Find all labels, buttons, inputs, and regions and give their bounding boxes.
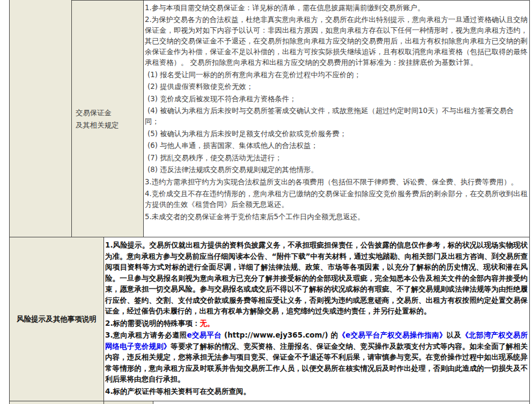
risk-row: 风险提示及其他事项说明 1.风险提示。交易所仅就出租方提供的资料负披露义务，不承… — [10, 237, 530, 401]
deposit-label-cell: 交易保证金 及其相关规定 — [72, 0, 144, 237]
deposit-item-7: (7) 扰乱交易秩序，使交易活动无法进行； — [145, 153, 528, 163]
deposit-paragraph-4: 4.竞价成交且不存在违约情形的，意向承租方已缴纳的交易保证金扣除应交竞价服务费后… — [145, 189, 528, 210]
operation-guide-link[interactable]: 《e交易平台产权交易操作指南》 — [338, 331, 446, 339]
deposit-paragraph-3: 3.违约方需承担守约方为实现合法权益所支出的各项费用（包括但不限于律师费、诉讼费… — [145, 177, 528, 188]
deposit-item-5: (5) 被确认为承租方后未按时足额支付成交价款或竞价服务费； — [145, 129, 528, 139]
next-row-cell-1 — [10, 401, 104, 404]
risk-paragraph-4: 4.标的产权证件等相关资料可在交易所查阅。 — [105, 386, 528, 397]
deposit-paragraph-1: 1.参与本项目需交纳交易保证金：详见标的清单，需在信息披露期满前缴到交易所账户。 — [145, 3, 528, 13]
risk-paragraph-3: 3.意向承租方请务必遵照e交易平台 (http://www.ejy365.com… — [105, 330, 528, 385]
deposit-item-8: (8) 违反法律法规或交易所交易规则规定的其他情形。 — [145, 164, 528, 175]
risk-p3-seg3: 以及 — [447, 331, 462, 339]
risk-p3-seg2: (http://www.ejy365.com/) 的 — [221, 331, 338, 339]
deposit-item-3: (3) 竞价成交后被发现不符合承租方资格条件； — [145, 94, 528, 104]
risk-p3-seg1: 3.意向承租方请务必遵照 — [105, 331, 187, 339]
next-row-cell-3 — [153, 401, 530, 404]
special-items-value: 无。 — [200, 319, 215, 327]
deposit-label: 交易保证金 及其相关规定 — [72, 107, 119, 131]
risk-paragraph-2: 2.标的需要说明的特殊事项：无。 — [105, 318, 528, 329]
deposit-item-1: (1) 报名受让同一标的的所有意向承租方在竞价过程中均不应价的； — [145, 70, 528, 80]
deposit-item-6: (6) 与他人串通，损害国家、集体或他人的合法权益； — [145, 140, 528, 151]
deposit-row: 交易保证金 及其相关规定 1.参与本项目需交纳交易保证金：详见标的清单，需在信息… — [10, 0, 530, 237]
merged-empty-cell — [10, 0, 72, 237]
special-items-prefix: 2.标的需要说明的特殊事项： — [105, 319, 200, 327]
next-row-partial — [10, 401, 530, 404]
deposit-paragraph-2: 2.为保护交易各方的合法权益，杜绝非真实意向承租方，交易所在此作出特别提示，意向… — [145, 14, 528, 68]
deposit-item-4: (4) 被确认为承租方后未按时与交易所签署成交确认文件，或故意拖延（超过约定时间… — [145, 106, 528, 127]
ejy-platform-link[interactable]: e交易平台 — [187, 331, 222, 339]
deposit-paragraph-5: 5.未成交者的交易保证金将于竞价结束后5个工作日内全额无息返还。 — [145, 212, 528, 222]
risk-paragraph-1: 1.风险提示。交易所仅就出租方提供的资料负披露义务，不承担瑕疵担保责任，公告披露… — [105, 240, 528, 317]
deposit-label-line2: 及其相关规定 — [76, 119, 119, 131]
risk-label: 风险提示及其他事项说明 — [17, 315, 97, 324]
risk-content-cell: 1.风险提示。交易所仅就出租方提供的资料负披露义务，不承担瑕疵担保责任，公告披露… — [104, 237, 530, 401]
deposit-content-cell: 1.参与本项目需交纳交易保证金：详见标的清单，需在信息披露期满前缴到交易所账户。… — [144, 0, 530, 237]
deposit-item-2: (2) 提供虚假资料致使竞价无效； — [145, 81, 528, 92]
deposit-label-line1: 交易保证金 — [76, 107, 119, 119]
risk-label-cell: 风险提示及其他事项说明 — [10, 237, 104, 401]
next-row-cell-2 — [104, 401, 153, 404]
disclosure-table: 交易保证金 及其相关规定 1.参与本项目需交纳交易保证金：详见标的清单，需在信息… — [9, 0, 530, 404]
